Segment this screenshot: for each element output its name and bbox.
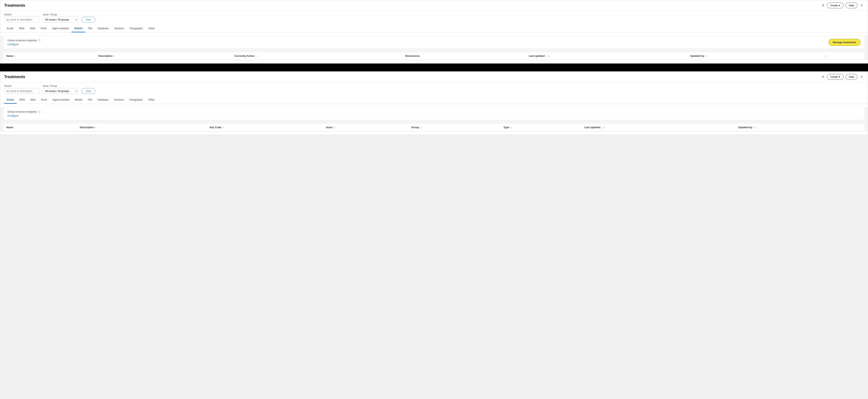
help-circle-icon-1[interactable]: ⓘ [38, 39, 40, 42]
panel-2-header: Treatments ↺ Create ▾ Help × [0, 71, 868, 82]
tab-web-2[interactable]: Web [28, 96, 38, 104]
manage-treatments-button-1[interactable]: Manage treatments [829, 39, 861, 46]
filters-bar-1: Search Issue / Group All issues / All gr… [0, 11, 868, 25]
tab-other-1[interactable]: Other [146, 25, 158, 32]
panel-1-header: Treatments ↺ Create ▾ Help × [0, 0, 868, 11]
col-description-2: Description ≡ [77, 123, 207, 131]
issue-select-wrapper-2: All issues / All groups ▾ [43, 88, 78, 94]
chevron-down-icon-2: ▾ [839, 75, 840, 78]
col-type-2: Type ≡ [501, 123, 582, 131]
filter-group-icon-2[interactable]: ≡ [420, 126, 422, 129]
search-group-2: Search [4, 85, 40, 94]
issue-group-2: Issue / Group All issues / All groups ▾ [43, 85, 78, 94]
col-issue-2: Issue ≡ [323, 123, 408, 131]
table-header-row-1: Name ≡ Description ≡ Cur [4, 52, 864, 60]
table-head-2: Name Description ≡ Key Code ≡ [4, 123, 864, 131]
tab-sections-1[interactable]: Sections [112, 25, 127, 32]
col-description-1: Description ≡ [96, 52, 232, 60]
treatments-table-2: Name Description ≡ Key Code ≡ [4, 123, 864, 131]
filter-description-icon-2[interactable]: ≡ [95, 126, 96, 129]
filter-keycode-icon-2[interactable]: ≡ [222, 126, 224, 129]
filter-last-updated-icon-1[interactable]: ≡ [548, 55, 549, 57]
filter-all-icon-1[interactable]: ≡ [826, 55, 827, 57]
col-currently-active-1: Currently Active ≡ [232, 52, 402, 60]
panel-1: Treatments ↺ Create ▾ Help × Search Issu… [0, 0, 868, 63]
global-treatment-left-2: Global treatment eligibility ⓘ Configure [7, 110, 40, 117]
filter-name-icon-1[interactable]: ≡ [14, 55, 16, 57]
tab-database-2[interactable]: Database [95, 96, 112, 104]
issue-select-2[interactable]: All issues / All groups [43, 88, 78, 94]
issue-label-2: Issue / Group [43, 85, 78, 87]
tab-other-2[interactable]: Other [145, 96, 157, 104]
create-button-1[interactable]: Create ▾ [827, 3, 843, 8]
tab-file-2[interactable]: File [85, 96, 95, 104]
sort-last-updated-icon-2[interactable]: ↓ [601, 126, 603, 129]
filter-updated-by-icon-1[interactable]: ≡ [705, 55, 707, 57]
chevron-down-icon: ▾ [839, 4, 840, 7]
header-actions-1: ↺ Create ▾ Help × [821, 3, 864, 8]
tab-paragraphs-1[interactable]: Paragraphs [127, 25, 146, 32]
refresh-icon-1[interactable]: ↺ [821, 3, 825, 8]
col-last-updated-2: Last updated ↓ ≡ [582, 123, 736, 131]
configure-link-1[interactable]: Configure [7, 43, 40, 46]
tab-agent-1[interactable]: Agent assisted [49, 25, 72, 32]
col-keycode-2: Key Code ≡ [207, 123, 323, 131]
tab-web-1[interactable]: Web [27, 25, 38, 32]
sort-last-updated-icon-1[interactable]: ↓ [546, 55, 547, 57]
global-treatment-bar-1: Global treatment eligibility ⓘ Configure… [3, 36, 865, 49]
tab-push-2[interactable]: Push [38, 96, 50, 104]
filter-description-icon-1[interactable]: ≡ [114, 55, 115, 57]
table-head-1: Name ≡ Description ≡ Cur [4, 52, 864, 60]
help-button-1[interactable]: Help [845, 3, 858, 8]
header-actions-2: ↺ Create ▾ Help × [821, 74, 864, 80]
tab-sms-1[interactable]: SMS [16, 25, 27, 32]
tab-email-2[interactable]: Email [4, 96, 17, 104]
filter-last-updated-icon-2[interactable]: ≡ [603, 126, 605, 129]
global-treatment-title-1: Global treatment eligibility ⓘ [7, 39, 40, 42]
help-button-2[interactable]: Help [845, 74, 858, 80]
col-name-1: Name ≡ [4, 52, 96, 60]
col-dimensions-1: Dimensions [402, 52, 526, 60]
global-treatment-bar-2: Global treatment eligibility ⓘ Configure [3, 107, 865, 120]
col-actions-1: ≡ [823, 52, 864, 60]
configure-link-2[interactable]: Configure [7, 114, 40, 117]
search-group-1: Search [4, 13, 40, 23]
close-button-2[interactable]: × [859, 74, 864, 79]
issue-group-1: Issue / Group All issues / All groups ▾ [43, 13, 78, 23]
tab-file-1[interactable]: File [85, 25, 95, 32]
filters-bar-2: Search Issue / Group All issues / All gr… [0, 82, 868, 96]
panel-1-content: Global treatment eligibility ⓘ Configure… [0, 36, 868, 60]
close-button-1[interactable]: × [859, 3, 864, 8]
search-input-2[interactable] [4, 88, 40, 94]
tab-paragraphs-2[interactable]: Paragraphs [127, 96, 145, 104]
tab-agent-2[interactable]: Agent assisted [50, 96, 72, 104]
search-label-2: Search [4, 85, 40, 87]
filter-issue-icon-2[interactable]: ≡ [334, 126, 335, 129]
filter-currently-active-icon-1[interactable]: ≡ [255, 55, 257, 57]
refresh-icon-2[interactable]: ↺ [821, 74, 825, 80]
filter-updated-by-icon-2[interactable]: ≡ [753, 126, 754, 129]
tab-push-1[interactable]: Push [38, 25, 49, 32]
help-circle-icon-2[interactable]: ⓘ [38, 110, 40, 114]
view-button-1[interactable]: View [82, 17, 95, 23]
view-button-2[interactable]: View [82, 88, 95, 94]
table-container-2: Name Description ≡ Key Code ≡ [3, 123, 865, 131]
issue-select-wrapper-1: All issues / All groups ▾ [43, 17, 78, 23]
panel-separator [0, 63, 868, 71]
tab-database-1[interactable]: Database [95, 25, 112, 32]
create-button-2[interactable]: Create ▾ [827, 74, 843, 80]
tab-sms-2[interactable]: SMS [17, 96, 28, 104]
search-input-1[interactable] [4, 17, 40, 23]
issue-select-1[interactable]: All issues / All groups [43, 17, 78, 23]
col-last-updated-1: Last updated ↓ ≡ [526, 52, 687, 60]
panel-2: Treatments ↺ Create ▾ Help × Search Issu… [0, 71, 868, 135]
filter-type-icon-2[interactable]: ≡ [510, 126, 512, 129]
global-treatment-title-2: Global treatment eligibility ⓘ [7, 110, 40, 114]
col-updated-by-2: Updated by ≡ [736, 123, 864, 131]
tab-sections-2[interactable]: Sections [111, 96, 127, 104]
tab-mobile-1[interactable]: Mobile [72, 25, 85, 32]
tab-email-1[interactable]: Email [4, 25, 16, 32]
tab-mobile-2[interactable]: Mobile [72, 96, 85, 104]
panel-2-title: Treatments [4, 74, 25, 79]
panel-1-title: Treatments [4, 3, 25, 8]
